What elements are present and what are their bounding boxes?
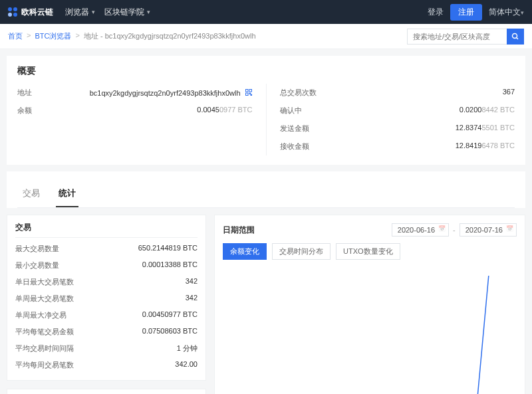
crumb-sep: > [75,31,79,41]
svg-rect-4 [245,93,248,96]
qr-icon[interactable] [245,88,253,98]
balance-label: 余额 [17,106,32,116]
nav-explorers[interactable]: 浏览器 [65,7,95,18]
stats-other-card: 其他 UTXO数量1 首次交易时间2020-07-16 03:04:47 币龄0… [7,389,206,394]
date-from[interactable]: 2020-06-16 [392,223,449,237]
svg-line-1 [517,37,519,39]
search-button[interactable] [507,29,524,45]
chart-tab-balance[interactable]: 余额变化 [223,243,267,260]
topbar: 欧科云链 浏览器 区块链学院 登录 注册 简体中文 [0,0,532,24]
brand[interactable]: 欧科云链 [8,7,53,18]
brand-text: 欧科云链 [21,7,53,18]
crumb-home[interactable]: 首页 [8,31,23,41]
svg-rect-2 [245,89,248,92]
brand-logo-icon [8,7,17,17]
crumb-current: 地址 - bc1qxy2kgdygjrsqtzq2n0yrf2493p83kkf… [84,31,256,41]
overview-panel: 概要 地址 bc1qxy2kgdygjrsqtzq2n0yrf2493p83kk… [7,56,525,165]
nav-academy[interactable]: 区块链学院 [104,7,150,18]
balance-chart [223,269,517,394]
svg-rect-6 [251,94,252,96]
txcount-value: 367 [503,88,515,98]
tab-tx[interactable]: 交易 [20,181,43,207]
txcount-label: 总交易次数 [280,88,317,98]
crumb-explorer[interactable]: BTC浏览器 [35,31,71,41]
breadcrumb: 首页 > BTC浏览器 > 地址 - bc1qxy2kgdygjrsqtzq2n… [8,31,256,41]
language-switch[interactable]: 简体中文 [489,7,524,18]
chart-tab-utxo[interactable]: UTXO数量变化 [336,243,400,260]
recv-label: 接收金额 [280,142,309,151]
confirming-label: 确认中 [280,106,302,116]
address-value: bc1qxy2kgdygjrsqtzq2n0yrf2493p83kkfjhx0w… [90,89,241,97]
chart-tab-timedist[interactable]: 交易时间分布 [272,243,331,260]
tabs-panel: 交易 统计 [7,171,525,208]
breadcrumb-bar: 首页 > BTC浏览器 > 地址 - bc1qxy2kgdygjrsqtzq2n… [0,24,532,49]
top-nav: 浏览器 区块链学院 [65,7,150,18]
stats-tx-card: 交易 最大交易数量650.2144819 BTC 最小交易数量0.0001338… [7,215,206,381]
stats-tx-title: 交易 [15,222,198,238]
crumb-sep: > [27,31,31,41]
auth-area: 登录 注册 简体中文 [428,4,524,21]
sent-label: 发送金额 [280,124,309,134]
login-link[interactable]: 登录 [428,7,444,18]
signup-button[interactable]: 注册 [450,4,482,21]
svg-point-0 [513,33,517,38]
svg-rect-5 [249,93,251,94]
date-sep: - [453,226,456,234]
search-icon [511,33,519,41]
search-input[interactable] [407,29,507,45]
overview-title: 概要 [17,65,515,77]
range-title: 日期范围 [223,225,388,236]
address-label: 地址 [17,88,32,98]
svg-rect-3 [249,89,252,92]
date-to[interactable]: 2020-07-16 [460,223,517,237]
chart-pane: 日期范围 2020-06-16 - 2020-07-16 余额变化 交易时间分布… [214,215,525,394]
tab-stats[interactable]: 统计 [56,181,78,207]
